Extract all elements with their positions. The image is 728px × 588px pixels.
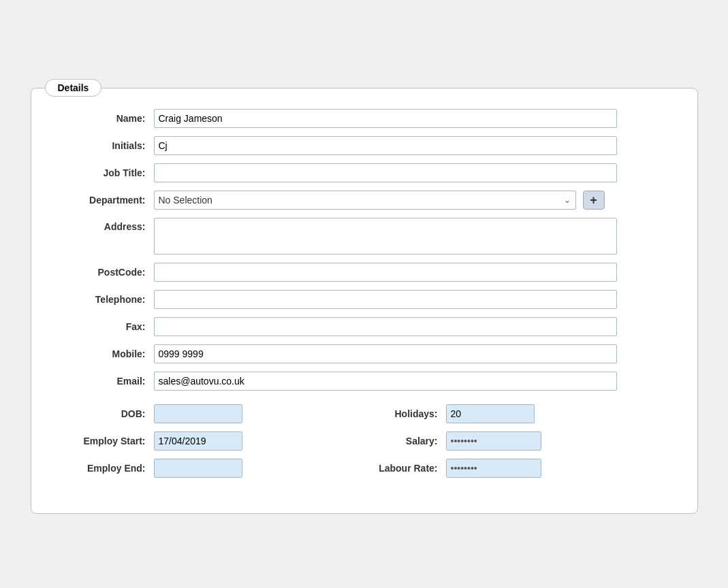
telephone-label: Telephone: bbox=[59, 290, 154, 309]
labour-rate-label: Labour Rate: bbox=[364, 459, 446, 478]
fax-label: Fax: bbox=[59, 317, 154, 336]
labour-rate-col: Labour Rate: bbox=[364, 459, 670, 478]
telephone-input[interactable] bbox=[154, 290, 617, 309]
dob-input[interactable] bbox=[154, 404, 242, 423]
postcode-input[interactable] bbox=[154, 263, 617, 282]
department-label: Department: bbox=[59, 191, 154, 210]
employ-start-label: Employ Start: bbox=[59, 431, 154, 451]
name-label: Name: bbox=[59, 109, 154, 128]
name-row: Name: bbox=[59, 109, 670, 128]
details-panel: Details Name: Initials: Job Title: Depar… bbox=[31, 88, 698, 514]
employ-start-salary-row: Employ Start: Salary: bbox=[59, 431, 670, 451]
employ-end-labour-row: Employ End: Labour Rate: bbox=[59, 459, 670, 478]
employ-end-col: Employ End: bbox=[59, 459, 364, 478]
panel-title: Details bbox=[45, 79, 102, 97]
dob-holidays-row: DOB: Holidays: bbox=[59, 404, 670, 423]
initials-label: Initials: bbox=[59, 136, 154, 155]
employ-end-input[interactable] bbox=[154, 459, 242, 478]
dob-col: DOB: bbox=[59, 404, 364, 423]
mobile-input[interactable] bbox=[154, 344, 617, 363]
address-label: Address: bbox=[59, 218, 154, 234]
fax-input[interactable] bbox=[154, 317, 617, 336]
postcode-label: PostCode: bbox=[59, 263, 154, 282]
employ-end-label: Employ End: bbox=[59, 459, 154, 478]
holidays-input[interactable] bbox=[446, 404, 535, 423]
department-select-wrapper: No Selection ⌄ bbox=[154, 191, 576, 210]
add-department-button[interactable]: + bbox=[583, 191, 605, 210]
department-wrapper: No Selection ⌄ + bbox=[154, 191, 605, 210]
job-title-label: Job Title: bbox=[59, 163, 154, 182]
department-row: Department: No Selection ⌄ + bbox=[59, 191, 670, 210]
postcode-row: PostCode: bbox=[59, 263, 670, 282]
initials-row: Initials: bbox=[59, 136, 670, 155]
initials-input[interactable] bbox=[154, 136, 617, 155]
labour-rate-input[interactable] bbox=[446, 459, 541, 478]
salary-col: Salary: bbox=[364, 431, 670, 451]
department-select[interactable]: No Selection bbox=[154, 191, 576, 210]
job-title-input[interactable] bbox=[154, 163, 617, 182]
telephone-row: Telephone: bbox=[59, 290, 670, 309]
email-row: Email: bbox=[59, 372, 670, 391]
salary-label: Salary: bbox=[364, 431, 446, 451]
name-input[interactable] bbox=[154, 109, 617, 128]
email-label: Email: bbox=[59, 372, 154, 391]
salary-input[interactable] bbox=[446, 431, 541, 451]
job-title-row: Job Title: bbox=[59, 163, 670, 182]
address-row: Address: bbox=[59, 218, 670, 255]
email-input[interactable] bbox=[154, 372, 617, 391]
mobile-label: Mobile: bbox=[59, 344, 154, 363]
mobile-row: Mobile: bbox=[59, 344, 670, 363]
address-input[interactable] bbox=[154, 218, 617, 255]
holidays-col: Holidays: bbox=[364, 404, 670, 423]
employ-start-col: Employ Start: bbox=[59, 431, 364, 451]
holidays-label: Holidays: bbox=[364, 404, 446, 423]
employ-start-input[interactable] bbox=[154, 431, 242, 451]
fax-row: Fax: bbox=[59, 317, 670, 336]
dob-label: DOB: bbox=[59, 404, 154, 423]
